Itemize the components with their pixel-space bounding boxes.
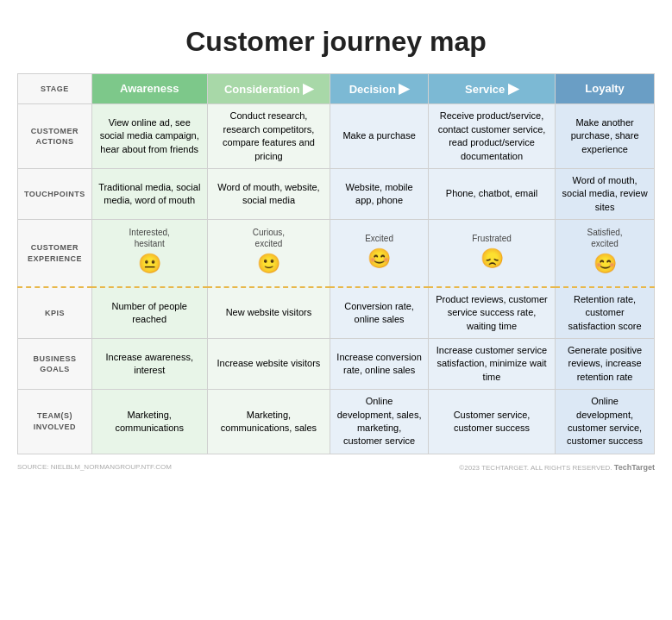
table-cell: Increase conversion rate, online sales (330, 339, 429, 390)
table-row: CUSTOMER EXPERIENCEInterested, hesitant😐… (18, 220, 655, 287)
experience-cell: Interested, hesitant😐 (96, 227, 204, 279)
row-label: TEAM(S) INVOLVED (18, 390, 92, 454)
table-cell: Product reviews, customer service succes… (428, 287, 555, 339)
header-row: STAGE Awareness Consideration ▶ Decision… (18, 74, 655, 104)
table-row: CUSTOMER ACTIONSView online ad, see soci… (18, 104, 655, 169)
col-header-decision: Decision ▶ (330, 74, 429, 104)
page-title: Customer journey map (17, 17, 655, 58)
experience-cell: Excited😊 (334, 233, 424, 274)
table-wrapper: STAGE Awareness Consideration ▶ Decision… (17, 73, 655, 454)
table-cell: View online ad, see social media campaig… (91, 104, 207, 169)
table-row: TEAM(S) INVOLVEDMarketing, communication… (18, 390, 655, 454)
arrow-icon-3: ▶ (508, 81, 518, 96)
col-header-service: Service ▶ (428, 74, 555, 104)
arrow-icon-1: ▶ (303, 81, 313, 96)
table-cell: Online development, customer service, cu… (556, 390, 655, 454)
table-cell: Increase awareness, interest (91, 339, 207, 390)
row-label: KPIS (18, 287, 92, 339)
table-cell: Frustrated😞 (428, 220, 555, 287)
table-cell: Retention rate, customer satisfaction sc… (556, 287, 655, 339)
table-cell: Number of people reached (91, 287, 207, 339)
table-cell: Marketing, communications, sales (207, 390, 330, 454)
footer-left: SOURCE: NIELBLM_NORMANGROUP.NTF.COM (17, 463, 172, 471)
table-row: KPISNumber of people reachedNew website … (18, 287, 655, 339)
experience-cell: Curious, excited🙂 (211, 227, 327, 279)
col-header-consideration: Consideration ▶ (207, 74, 330, 104)
table-cell: Marketing, communications (91, 390, 207, 454)
table-cell: Conduct research, research competitors, … (207, 104, 330, 169)
table-cell: Generate positive reviews, increase rete… (556, 339, 655, 390)
col-header-loyalty: Loyalty (556, 74, 655, 104)
table-cell: Online development, sales, marketing, cu… (330, 390, 429, 454)
experience-text: Interested, hesitant (129, 227, 170, 249)
stage-label-cell: STAGE (18, 74, 92, 104)
row-label: TOUCHPOINTS (18, 168, 92, 219)
main-card: Customer journey map STAGE Awareness Con… (0, 0, 672, 620)
experience-cell: Satisfied, excited😊 (559, 227, 650, 279)
table-cell: Make a purchase (330, 104, 429, 169)
experience-text: Satisfied, excited (587, 227, 623, 249)
table-cell: Satisfied, excited😊 (556, 220, 655, 287)
table-cell: Curious, excited🙂 (207, 220, 330, 287)
experience-text: Frustrated (472, 233, 512, 244)
row-label: CUSTOMER ACTIONS (18, 104, 92, 169)
logo-text: TechTarget (614, 463, 655, 472)
row-label: BUSINESS GOALS (18, 339, 92, 390)
footer: SOURCE: NIELBLM_NORMANGROUP.NTF.COM ©202… (17, 463, 655, 472)
journey-table: STAGE Awareness Consideration ▶ Decision… (17, 73, 655, 454)
experience-cell: Frustrated😞 (432, 233, 551, 274)
table-cell: New website visitors (207, 287, 330, 339)
footer-right: ©2023 TECHTARGET. ALL RIGHTS RESERVED. T… (459, 463, 655, 472)
table-cell: Word of mouth, website, social media (207, 168, 330, 219)
arrow-icon-2: ▶ (399, 81, 409, 96)
row-label: CUSTOMER EXPERIENCE (18, 220, 92, 287)
experience-text: Curious, excited (253, 227, 285, 249)
table-cell: Increase customer service satisfaction, … (428, 339, 555, 390)
table-row: BUSINESS GOALSIncrease awareness, intere… (18, 339, 655, 390)
table-cell: Interested, hesitant😐 (91, 220, 207, 287)
table-cell: Phone, chatbot, email (428, 168, 555, 219)
table-cell: Excited😊 (330, 220, 429, 287)
table-cell: Receive product/service, contact custome… (428, 104, 555, 169)
table-cell: Conversion rate, online sales (330, 287, 429, 339)
table-cell: Word of mouth, social media, review site… (556, 168, 655, 219)
table-cell: Make another purchase, share experience (556, 104, 655, 169)
table-cell: Increase website visitors (207, 339, 330, 390)
table-cell: Customer service, customer success (428, 390, 555, 454)
table-cell: Traditional media, social media, word of… (91, 168, 207, 219)
table-row: TOUCHPOINTSTraditional media, social med… (18, 168, 655, 219)
experience-emoji: 😞 (480, 246, 504, 272)
experience-emoji: 😊 (593, 251, 617, 278)
experience-text: Excited (365, 233, 393, 244)
experience-emoji: 😐 (138, 251, 161, 278)
col-header-awareness: Awareness (91, 74, 207, 104)
experience-emoji: 🙂 (257, 251, 280, 278)
table-cell: Website, mobile app, phone (330, 168, 429, 219)
experience-emoji: 😊 (367, 246, 391, 272)
